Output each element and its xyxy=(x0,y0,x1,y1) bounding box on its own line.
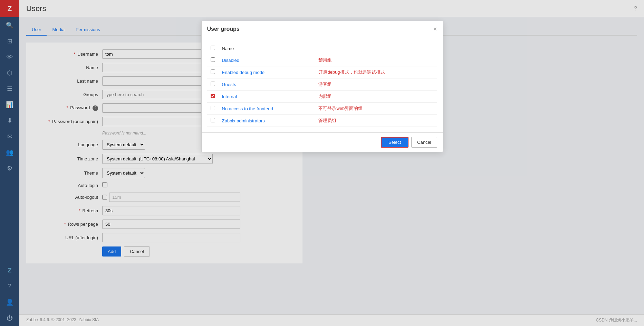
group-checkbox-cell xyxy=(207,91,219,103)
group-checkbox[interactable] xyxy=(211,118,215,122)
group-checkbox[interactable] xyxy=(211,94,215,98)
group-name-link[interactable]: Guests xyxy=(222,82,236,87)
table-row: Disabled禁用组 xyxy=(207,54,437,66)
table-row: Internal内部组 xyxy=(207,91,437,103)
modal-close-button[interactable]: × xyxy=(433,26,437,32)
modal-overlay: User groups × Name Disabled禁用组Enabled de… xyxy=(0,0,644,326)
group-name-link[interactable]: Enabled debug mode xyxy=(222,70,265,75)
group-name-cell: Guests xyxy=(219,78,315,91)
group-description: 内部组 xyxy=(315,91,437,103)
table-header-name: Name xyxy=(219,43,315,54)
modal-select-button[interactable]: Select xyxy=(381,137,408,148)
group-checkbox-cell xyxy=(207,115,219,127)
table-row: Zabbix administrators管理员组 xyxy=(207,115,437,127)
group-description: 不可登录web界面的组 xyxy=(315,103,437,115)
select-all-checkbox[interactable] xyxy=(211,46,215,50)
group-description: 开启debug模式，也就是调试模式 xyxy=(315,66,437,78)
modal-footer: Select Cancel xyxy=(202,132,443,152)
group-name-link[interactable]: Disabled xyxy=(222,58,240,63)
group-checkbox[interactable] xyxy=(211,82,215,86)
modal-cancel-button[interactable]: Cancel xyxy=(411,137,437,148)
modal-title: User groups xyxy=(207,26,240,32)
group-description: 禁用组 xyxy=(315,54,437,66)
group-name-cell: Disabled xyxy=(219,54,315,66)
group-name-link[interactable]: Zabbix administrators xyxy=(222,118,265,123)
groups-table: Name Disabled禁用组Enabled debug mode开启debu… xyxy=(207,43,437,127)
group-name-link[interactable]: No access to the frontend xyxy=(222,106,273,111)
group-checkbox[interactable] xyxy=(211,69,215,74)
table-header-checkbox xyxy=(207,43,219,54)
group-name-cell: No access to the frontend xyxy=(219,103,315,115)
group-checkbox[interactable] xyxy=(211,106,215,110)
group-name-cell: Internal xyxy=(219,91,315,103)
table-row: No access to the frontend不可登录web界面的组 xyxy=(207,103,437,115)
group-checkbox[interactable] xyxy=(211,57,215,62)
group-description: 游客组 xyxy=(315,78,437,91)
group-name-link[interactable]: Internal xyxy=(222,94,237,99)
group-checkbox-cell xyxy=(207,78,219,91)
group-checkbox-cell xyxy=(207,103,219,115)
user-groups-modal: User groups × Name Disabled禁用组Enabled de… xyxy=(201,21,443,152)
group-checkbox-cell xyxy=(207,54,219,66)
modal-body: Name Disabled禁用组Enabled debug mode开启debu… xyxy=(202,37,443,132)
table-header-description xyxy=(315,43,437,54)
table-row: Guests游客组 xyxy=(207,78,437,91)
group-checkbox-cell xyxy=(207,66,219,78)
group-name-cell: Zabbix administrators xyxy=(219,115,315,127)
table-row: Enabled debug mode开启debug模式，也就是调试模式 xyxy=(207,66,437,78)
group-name-cell: Enabled debug mode xyxy=(219,66,315,78)
modal-header: User groups × xyxy=(202,21,443,37)
group-description: 管理员组 xyxy=(315,115,437,127)
